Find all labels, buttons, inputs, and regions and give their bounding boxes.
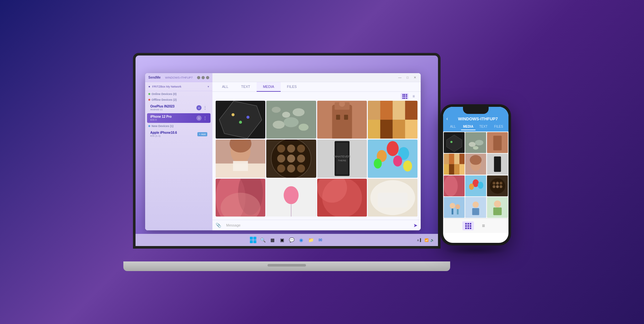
svg-point-102	[492, 185, 495, 188]
device-more-oneplus[interactable]: ⋮	[203, 106, 207, 110]
grid-icon	[402, 94, 407, 99]
svg-rect-25	[392, 120, 405, 139]
message-input[interactable]: Message	[224, 222, 411, 228]
phone-grid-view-button[interactable]	[462, 221, 474, 230]
device-more-iphone12[interactable]: ⋮	[203, 116, 207, 120]
computer-name-label: WINDOWS-ITHFUP7	[165, 76, 193, 79]
svg-rect-19	[368, 101, 380, 120]
svg-rect-13	[332, 105, 352, 139]
svg-point-104	[500, 185, 502, 188]
taskbar-windows-button[interactable]	[250, 237, 256, 243]
phone-photo-dark-phone[interactable]	[487, 154, 508, 175]
network-name: FRITZBox My Network	[152, 85, 181, 88]
phone-tab-files[interactable]: FILES	[491, 124, 506, 130]
phone-photo-people3[interactable]	[487, 197, 508, 218]
svg-point-103	[496, 185, 499, 188]
phone-view-controls: ≡	[443, 218, 508, 233]
photo-cell-red-blur[interactable]	[317, 179, 367, 217]
photo-cell-balloon-pink[interactable]	[266, 179, 316, 217]
svg-point-7	[284, 117, 299, 127]
photo-cell-white-blur[interactable]	[368, 179, 417, 217]
phone-photo-pebbles[interactable]	[465, 132, 486, 153]
svg-point-99	[492, 182, 495, 184]
tab-all[interactable]: ALL	[216, 82, 235, 92]
maximize-button[interactable]	[202, 76, 205, 79]
phone-tab-text[interactable]: TEXT	[476, 124, 491, 130]
svg-rect-24	[380, 120, 393, 139]
close-button[interactable]	[206, 76, 209, 79]
svg-rect-67	[378, 192, 408, 208]
svg-point-52	[393, 156, 402, 166]
photo-red-blur	[317, 179, 367, 217]
photo-cell-smoke[interactable]	[216, 179, 265, 217]
phone-photo-smoke-phone[interactable]	[444, 175, 465, 196]
photo-cell-dice[interactable]	[216, 101, 265, 139]
attach-icon[interactable]: 📎	[216, 223, 221, 228]
photo-cell-shoes[interactable]	[368, 101, 417, 139]
svg-point-34	[277, 145, 285, 153]
photo-cell-coffee[interactable]	[266, 140, 316, 177]
device-oneplus[interactable]: OnePlus IN2023 Android 11 0 ⋮	[147, 103, 211, 113]
photo-cell-balloons[interactable]	[368, 140, 417, 177]
phone-tab-media[interactable]: MEDIA	[461, 124, 476, 130]
photo-smoke	[216, 179, 265, 217]
taskbar-files-icon[interactable]: 📁	[308, 237, 314, 243]
phone-back-button[interactable]: ‹	[446, 116, 448, 122]
phone-photo-people1[interactable]	[444, 197, 465, 218]
phone-tab-all[interactable]: ALL	[446, 124, 460, 130]
taskbar-mail-icon[interactable]: ✉	[317, 237, 324, 243]
main-minimize[interactable]: —	[397, 75, 403, 80]
windows-icon	[250, 237, 256, 243]
add-device-button[interactable]: + Add	[197, 132, 207, 136]
minimize-button[interactable]	[197, 76, 200, 79]
content-tabs: ALL TEXT MEDIA FILES	[212, 82, 421, 92]
taskbar-chat-icon[interactable]: 💬	[288, 237, 295, 243]
device-badge-oneplus: 0	[196, 105, 202, 110]
tab-files[interactable]: FILES	[281, 82, 303, 92]
taskbar-tasks-icon[interactable]: ▦	[269, 237, 276, 243]
device-info-iphone12: iPhone 12 Pro iOS 0	[150, 115, 196, 121]
tab-media[interactable]: MEDIA	[257, 82, 281, 92]
taskbar-split-icon[interactable]: ▣	[279, 237, 285, 243]
photo-cell-pebbles[interactable]	[266, 101, 316, 139]
phone-photo-tower[interactable]	[487, 132, 508, 153]
svg-point-42	[297, 165, 305, 173]
online-label: Online Devices (0)	[152, 92, 177, 96]
phone-photo-dice[interactable]	[444, 132, 465, 153]
screen-content: SendMe WINDOWS-ITHFUP7 ● FRITZBox My Net…	[136, 55, 438, 246]
photo-cell-dark[interactable]: WHATEVER THERE	[317, 140, 367, 177]
phone-photo-girl[interactable]	[465, 154, 486, 175]
svg-point-36	[297, 145, 305, 153]
svg-point-74	[473, 146, 478, 150]
phone-photo-balloons-phone[interactable]	[465, 175, 486, 196]
taskbar-search-icon[interactable]: 🔍	[260, 237, 266, 243]
svg-rect-22	[405, 101, 417, 120]
device-apple-iphone10[interactable]: Apple iPhone10.6 iOS (1.1) + Add	[147, 129, 211, 139]
phone-title: WINDOWS-ITHFUP7	[450, 116, 505, 121]
network-selector[interactable]: ● FRITZBox My Network ▾	[145, 82, 212, 91]
grid-view-button[interactable]	[401, 93, 409, 99]
taskbar-center-icons: 🔍 ▦ ▣ 💬 ◉ 📁 ✉	[250, 237, 324, 243]
phone: ‹ WINDOWS-ITHFUP7 ALL MEDIA TEXT FILES	[441, 104, 511, 245]
photo-cell-tower[interactable]	[317, 101, 367, 139]
device-iphone12pro[interactable]: iPhone 12 Pro iOS 0 1 ⋮	[147, 113, 211, 123]
phone-photo-people2[interactable]	[465, 197, 486, 218]
phone-photo-shoes[interactable]	[444, 154, 465, 175]
phone-photo-coffee-phone[interactable]	[487, 175, 508, 196]
svg-rect-115	[493, 208, 501, 215]
phone-list-view-button[interactable]: ≡	[478, 221, 489, 230]
svg-point-88	[470, 155, 482, 165]
send-button[interactable]: ➤	[413, 222, 417, 228]
svg-rect-76	[493, 136, 501, 150]
list-view-button[interactable]: ≡	[410, 93, 417, 99]
device-sub-oneplus: Android 11	[150, 108, 196, 111]
tab-text[interactable]: TEXT	[235, 82, 257, 92]
taskbar: 🔍 ▦ ▣ 💬 ◉ 📁 ✉ ∧ ▍ 📶 🔊	[136, 234, 438, 246]
photo-cell-girl[interactable]	[216, 140, 265, 177]
photo-shoes	[368, 101, 417, 139]
main-maximize[interactable]: □	[405, 75, 410, 80]
svg-point-2	[232, 113, 235, 116]
main-close[interactable]: ✕	[412, 75, 417, 80]
taskbar-edge-icon[interactable]: ◉	[298, 237, 304, 243]
offline-section-header: Offline Devices (2)	[145, 97, 212, 103]
